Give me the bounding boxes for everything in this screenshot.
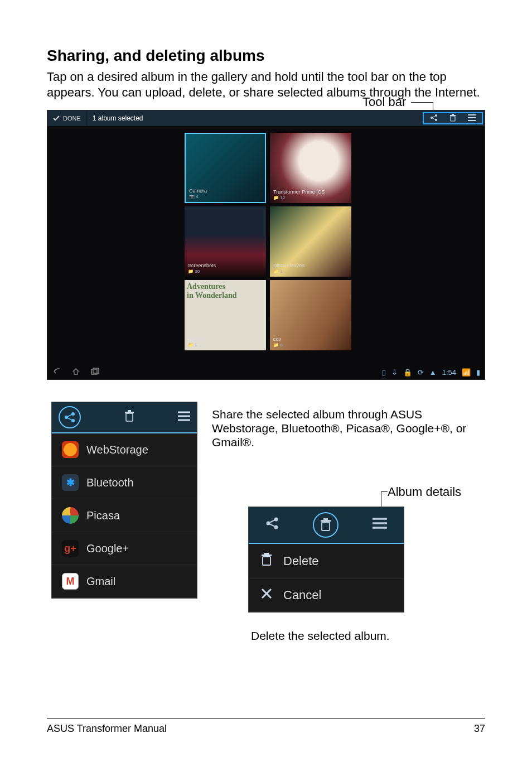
svg-rect-19 <box>323 518 328 520</box>
svg-rect-4 <box>450 115 456 116</box>
cancel-option[interactable]: Cancel <box>249 579 404 612</box>
trash-icon <box>261 553 272 570</box>
album-screenshots[interactable]: Screenshots📁 30 <box>185 206 266 277</box>
sd-icon: ▯ <box>382 368 386 377</box>
share-panel-header <box>52 402 197 433</box>
back-icon[interactable] <box>52 368 61 377</box>
alert-icon: ▲ <box>429 368 437 377</box>
home-icon[interactable] <box>72 368 80 377</box>
gallery-screenshot: DONE 1 album selected Camera📷 4 Transfor… <box>47 110 485 380</box>
close-icon <box>261 588 272 602</box>
album-label: Disco Heaven <box>273 263 304 268</box>
picasa-icon <box>62 507 79 524</box>
svg-rect-20 <box>263 557 270 565</box>
share-option-label: Picasa <box>86 509 120 522</box>
intro-text: Tap on a desired album in the gallery an… <box>47 69 485 100</box>
heading: Sharing, and deleting albums <box>47 47 485 65</box>
svg-rect-5 <box>452 114 454 115</box>
svg-rect-22 <box>264 553 269 555</box>
lock-icon: 🔒 <box>403 368 412 377</box>
page-number: 37 <box>474 723 485 735</box>
menu-icon[interactable] <box>373 518 387 532</box>
share-icon[interactable] <box>430 114 438 123</box>
system-navbar: ▯ ⇩ 🔒 ⟳ ▲ 1:54 📶 ▮ <box>47 365 485 379</box>
share-icon[interactable] <box>59 406 81 428</box>
album-grid: Camera📷 4 Transformer Prime ICS📁 12 Scre… <box>185 133 352 350</box>
book-title-1: Adventures <box>187 282 225 291</box>
wifi-icon: 📶 <box>462 368 471 377</box>
battery-icon: ▮ <box>476 368 480 377</box>
delete-option[interactable]: Delete <box>249 544 404 579</box>
album-camera[interactable]: Camera📷 4 <box>185 133 266 203</box>
recent-icon[interactable] <box>91 368 99 377</box>
svg-rect-21 <box>262 555 272 556</box>
check-icon <box>53 115 60 122</box>
clock: 1:54 <box>442 368 456 377</box>
book-title-2: in Wonderland <box>187 291 237 300</box>
album-transformer[interactable]: Transformer Prime ICS📁 12 <box>270 133 351 203</box>
trash-icon[interactable] <box>449 114 456 123</box>
sync-icon: ⟳ <box>418 368 424 377</box>
footer-title: ASUS Transformer Manual <box>47 723 167 735</box>
svg-rect-17 <box>322 522 330 531</box>
share-option-label: Bluetooth <box>86 476 134 489</box>
album-label: sdcard <box>188 336 203 342</box>
share-option-webstorage[interactable]: WebStorage <box>52 433 197 466</box>
toolbar-actions <box>423 112 483 124</box>
gmail-icon: M <box>62 573 79 590</box>
svg-rect-11 <box>126 413 133 421</box>
share-panel: WebStorage ✱Bluetooth Picasa g+Google+ M… <box>51 402 197 599</box>
delete-panel-header <box>249 507 404 544</box>
toolbar-callout-label: Tool bar <box>362 95 406 109</box>
delete-label: Delete <box>283 554 319 568</box>
album-count: 12 <box>280 195 285 200</box>
share-option-bluetooth[interactable]: ✱Bluetooth <box>52 466 197 499</box>
done-label: DONE <box>63 115 81 122</box>
album-label: Camera <box>189 188 207 194</box>
trash-icon[interactable] <box>124 410 135 425</box>
bluetooth-icon: ✱ <box>62 474 79 491</box>
selection-count[interactable]: 1 album selected <box>87 114 149 122</box>
album-disco[interactable]: Disco Heaven📁 1 <box>270 206 351 277</box>
share-option-label: Gmail <box>86 575 115 588</box>
googleplus-icon: g+ <box>62 540 79 557</box>
done-button[interactable]: DONE <box>47 110 87 126</box>
menu-icon[interactable] <box>468 114 476 122</box>
album-label: Screenshots <box>188 263 216 268</box>
album-label: cov <box>273 336 281 342</box>
webstorage-icon <box>62 441 79 458</box>
svg-rect-12 <box>125 412 134 413</box>
svg-rect-13 <box>128 410 131 412</box>
album-details-label: Album details <box>388 485 461 499</box>
cancel-label: Cancel <box>283 588 321 602</box>
album-count: 4 <box>196 194 198 199</box>
share-option-label: Google+ <box>86 542 129 555</box>
share-option-googleplus[interactable]: g+Google+ <box>52 532 197 565</box>
trash-icon[interactable] <box>313 512 338 538</box>
share-caption: Share the selected album through ASUS We… <box>212 407 480 450</box>
delete-panel: Delete Cancel <box>248 507 404 613</box>
share-option-gmail[interactable]: MGmail <box>52 565 197 598</box>
album-count: 6 <box>280 343 282 348</box>
download-icon: ⇩ <box>391 368 398 377</box>
svg-rect-18 <box>321 520 331 522</box>
share-option-label: WebStorage <box>86 443 148 456</box>
album-label: Transformer Prime ICS <box>273 189 325 195</box>
delete-caption: Delete the selected album. <box>251 629 390 643</box>
album-cov[interactable]: cov📁 6 <box>270 280 351 350</box>
album-count: 30 <box>195 269 200 274</box>
svg-rect-3 <box>451 116 455 121</box>
album-count: 1 <box>280 269 282 274</box>
share-icon[interactable] <box>265 517 279 533</box>
menu-icon[interactable] <box>178 411 190 423</box>
album-sdcard[interactable]: Adventuresin Wonderland sdcard📁 1 <box>185 280 266 350</box>
album-count: 1 <box>195 343 197 348</box>
share-option-picasa[interactable]: Picasa <box>52 499 197 532</box>
page-footer: ASUS Transformer Manual 37 <box>47 718 485 735</box>
gallery-topbar: DONE 1 album selected <box>47 110 485 126</box>
